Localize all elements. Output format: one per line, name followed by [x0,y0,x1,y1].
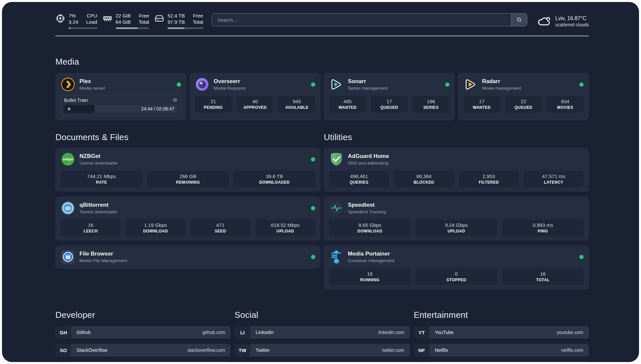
search-input[interactable] [212,13,527,26]
cpu-icon [55,13,65,23]
system-stat-value: 97.9 TB [168,19,185,25]
stat-value: 266 GB [148,173,227,179]
bookmark-twitter[interactable]: TW Twitter twitter.com [234,344,410,356]
section-title-social: Social [234,310,410,320]
app-card-sonarr[interactable]: Sonarr Series management 485 WANTED 17 Q… [324,73,455,120]
bookmark-name: StackOverflow [76,348,107,353]
app-card-header: Plex Media server [61,77,181,92]
stat-box-download: 9.65 Gbps DOWNLOAD [329,220,411,236]
bookmark-pill: Twitter twitter.com [250,344,410,356]
dashboard-content: 7% CPU 3.24 Load 22 GiB Free 64 GiB Tota… [2,2,639,362]
stat-value: 21 [196,98,230,105]
bookmark-list: YT YouTube youtube.com NF Netflix netfli… [414,326,589,362]
bookmark-github[interactable]: GH Github github.com [55,326,230,339]
bookmark-abbr-badge: NF [414,344,430,356]
system-stat-body: 22 GiB Free 64 GiB Total [116,13,149,29]
bookmark-pill: LinkedIn linkedin.com [250,326,410,339]
usage-progress-bar [168,27,203,29]
app-card-qbittorrent[interactable]: qb qBittorrent Torrent downloader 16 LEE… [55,197,320,241]
app-name: Plex [79,78,105,85]
bookmark-name: LinkedIn [256,330,274,335]
app-stats-row: 16 LEECH 1.19 Gbps DOWNLOAD 471 SEED 618… [61,220,315,236]
stat-value: 16 [62,222,119,228]
pause-icon[interactable] [67,107,71,111]
stat-label: LATENCY [525,180,582,185]
app-name: Radarr [482,78,521,85]
app-titles: Sonarr Series management [348,78,388,91]
stat-box-downloaded: 39.6 TB DOWNLOADED [234,171,315,187]
app-card-media-portainer[interactable]: Media Portainer Container management 16 … [324,245,589,289]
app-titles: Plex Media server [79,78,105,91]
stat-label: DOWNLOAD [330,229,409,233]
plex-icon [61,77,75,92]
app-stats-row: 16 RUNNING 0 STOPPED 16 TOTAL [329,268,584,285]
system-stat-body: 52.4 TB Free 97.9 TB Total [168,13,203,29]
app-card-radarr[interactable]: Radarr Movie management 17 WANTED 22 QUE… [458,73,589,120]
online-status-dot [311,206,315,210]
bookmark-reddit[interactable]: RE Reddit reddit.com [414,362,589,362]
section-title-entertainment: Entertainment [414,310,589,320]
speedtest-icon [329,201,344,215]
bookmark-stackoverflow[interactable]: SO StackOverflow stackoverflow.com [55,344,230,356]
stat-box-latency: 47.571 ms LATENCY [524,171,584,187]
app-card-plex[interactable]: Plex Media server Bullet Train 24:44 / 0… [55,73,186,120]
section-documents: Documents & Files nzbget NZBGet Usenet d… [55,132,320,289]
app-stats-row: 485 WANTED 17 QUEUED 196 SERIES [329,96,449,112]
search-engine-button[interactable]: G [511,14,527,26]
system-stat-ram: 22 GiB Free 64 GiB Total [103,13,149,29]
online-status-dot [311,82,315,87]
app-card-nzbget[interactable]: nzbget NZBGet Usenet downloader 744.21 M… [55,148,320,192]
app-name: Speedtest [348,201,386,209]
app-card-overseerr[interactable]: Overseerr Media Requests 21 PENDING 40 A… [190,73,320,120]
app-card-file-browser[interactable]: File Browser Media File Management [55,245,320,269]
bookmark-dev[interactable]: DT DEV dev.to [55,362,230,362]
playback-progress-bar[interactable]: 24:44 / 02:06:47 [64,105,178,113]
app-description: Container management [348,258,394,263]
stat-value: 22 [506,98,541,105]
gear-icon[interactable] [172,97,178,103]
stat-box-ping: 0.993 ms PING [502,220,584,236]
app-card-header: Overseerr Media Requests [195,77,315,92]
stat-label: UPLOAD [257,229,314,233]
stat-box-leech: 16 LEECH [61,220,121,236]
app-description: DNS and adblocking [348,160,389,166]
bookmark-netflix[interactable]: NF Netflix netflix.com [414,344,589,356]
stat-box-wanted: 17 WANTED [463,96,500,112]
stat-label: STOPPED [417,278,496,282]
stat-value: 618.52 Mbps [257,222,314,228]
stat-value: 0.993 ms [504,222,582,228]
stat-box-queued: 22 QUEUED [505,96,542,112]
system-stat-label: Total [138,19,149,25]
bookmark-linkedin[interactable]: LI LinkedIn linkedin.com [234,326,410,339]
app-titles: Speedtest Speedtest Tracking [348,201,386,215]
app-titles: Media Portainer Container management [348,250,394,263]
bookmark-name: Twitter [256,348,270,353]
system-stat-label: Free [138,13,149,19]
app-card-header: Media Portainer Container management [329,250,584,264]
section-title-utilities: Utilities [324,132,589,142]
stat-value: 498,461 [330,173,388,179]
bookmark-pill: StackOverflow stackoverflow.com [71,344,230,356]
app-card-adguard-home[interactable]: AdGuard Home DNS and adblocking 498,461 … [324,148,589,192]
app-description: Media Requests [214,85,246,91]
playback-time: 24:44 / 02:06:47 [141,106,178,111]
online-status-dot [445,82,449,87]
weather-widget: Lviv, 16.87°C scattered clouds [537,14,589,28]
cloud-icon [537,14,551,28]
online-status-dot [311,255,315,259]
stat-label: QUERIES [330,180,388,185]
stat-label: LEECH [62,229,119,233]
bookmark-group-social: Social LI LinkedIn linkedin.com TW Twitt… [234,310,410,356]
bookmarks-area: Developer GH Github github.com SO StackO… [55,310,589,362]
online-status-dot [579,255,584,259]
app-name: AdGuard Home [348,153,389,160]
system-stat-label: Free [193,13,203,19]
app-name: File Browser [79,250,127,258]
usage-progress-fill [116,27,138,29]
app-card-speedtest[interactable]: Speedtest Speedtest Tracking 9.65 Gbps D… [324,197,589,241]
app-description: Series management [348,85,388,91]
dashboard-panel: 7% CPU 3.24 Load 22 GiB Free 64 GiB Tota… [2,2,639,362]
bookmark-youtube[interactable]: YT YouTube youtube.com [414,326,589,339]
bookmark-list: GH Github github.com SO StackOverflow st… [55,326,230,362]
app-description: Usenet downloader [79,160,118,166]
